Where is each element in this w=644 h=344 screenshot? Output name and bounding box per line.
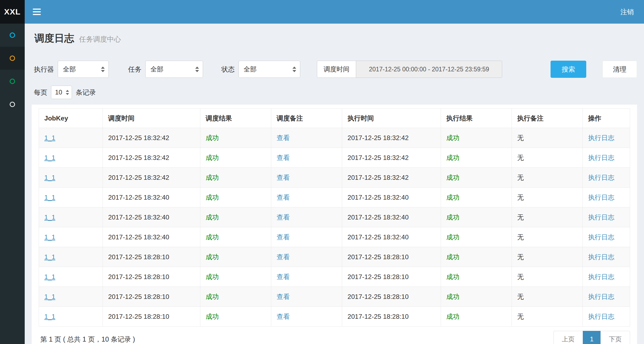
jobkey-link[interactable]: 1_1	[44, 214, 55, 221]
action-cell: 执行日志	[583, 247, 630, 267]
schedule-remark-link[interactable]: 查看	[277, 313, 290, 320]
sidebar-menu-item-2[interactable]	[0, 47, 25, 70]
exec-remark-cell: 无	[512, 307, 583, 327]
exec-log-link[interactable]: 执行日志	[588, 134, 614, 141]
clear-button[interactable]: 清理	[602, 61, 637, 78]
exec-remark-cell: 无	[512, 287, 583, 307]
exec-log-link[interactable]: 执行日志	[588, 154, 614, 161]
exec-log-link[interactable]: 执行日志	[588, 194, 614, 201]
app-logo[interactable]: XXL	[0, 0, 25, 24]
exec-remark-cell: 无	[512, 128, 583, 148]
schedule-result-cell: 成功	[200, 227, 271, 247]
executor-select[interactable]: 全部	[58, 61, 109, 78]
page-size-select[interactable]: 10	[51, 86, 72, 99]
exec-log-link[interactable]: 执行日志	[588, 233, 614, 241]
table-row: 1_1 2017-12-25 18:28:10 成功 查看 2017-12-25…	[39, 287, 630, 307]
schedule-result-cell: 成功	[200, 287, 271, 307]
schedule-result-text: 成功	[206, 174, 219, 181]
next-page-button[interactable]: 下页	[600, 331, 630, 344]
exec-log-link[interactable]: 执行日志	[588, 174, 614, 181]
sidebar-menu-item-4[interactable]	[0, 93, 25, 116]
exec-result-cell: 成功	[441, 148, 512, 168]
table-footer: 第 1 页 ( 总共 1 页，10 条记录 ) 上页 1 下页	[39, 331, 630, 344]
logout-link[interactable]: 注销	[620, 8, 634, 16]
exec-result-text: 成功	[446, 154, 460, 161]
schedule-remark-cell: 查看	[271, 267, 342, 287]
select-arrows-icon	[292, 67, 296, 72]
schedule-time-cell: 2017-12-25 18:28:10	[103, 287, 200, 307]
prev-page-button[interactable]: 上页	[553, 331, 583, 344]
schedule-time-cell: 2017-12-25 18:28:10	[103, 267, 200, 287]
search-button[interactable]: 搜索	[551, 61, 586, 78]
jobkey-cell: 1_1	[39, 247, 103, 267]
jobkey-cell: 1_1	[39, 287, 103, 307]
top-navbar: XXL 注销	[0, 0, 644, 24]
sidebar-menu-item-1[interactable]	[0, 24, 25, 47]
exec-remark-cell: 无	[512, 207, 583, 227]
exec-remark-cell: 无	[512, 267, 583, 287]
schedule-remark-link[interactable]: 查看	[277, 194, 290, 201]
action-cell: 执行日志	[583, 227, 630, 247]
jobkey-link[interactable]: 1_1	[44, 134, 55, 141]
exec-log-link[interactable]: 执行日志	[588, 313, 614, 320]
exec-remark-cell: 无	[512, 247, 583, 267]
filter-row: 执行器 全部 任务 全部 状态 全部 调度时间 搜索 清理	[34, 61, 637, 78]
current-page-button[interactable]: 1	[583, 331, 601, 344]
schedule-remark-link[interactable]: 查看	[277, 214, 290, 221]
exec-log-link[interactable]: 执行日志	[588, 253, 614, 261]
exec-log-link[interactable]: 执行日志	[588, 273, 614, 280]
column-header: 执行备注	[512, 109, 583, 128]
exec-time-cell: 2017-12-25 18:32:42	[342, 148, 441, 168]
page-size-row: 每页 10 条记录	[34, 85, 637, 99]
action-cell: 执行日志	[583, 148, 630, 168]
column-header: 调度备注	[271, 109, 342, 128]
schedule-remark-link[interactable]: 查看	[277, 134, 290, 141]
jobkey-link[interactable]: 1_1	[44, 174, 55, 181]
action-cell: 执行日志	[583, 307, 630, 327]
sidebar-toggle-icon[interactable]	[33, 9, 41, 15]
circle-icon	[10, 32, 15, 38]
schedule-remark-link[interactable]: 查看	[277, 154, 290, 161]
jobkey-link[interactable]: 1_1	[44, 194, 55, 201]
jobkey-link[interactable]: 1_1	[44, 233, 55, 241]
schedule-remark-cell: 查看	[271, 247, 342, 267]
exec-result-text: 成功	[446, 313, 460, 320]
exec-remark-cell: 无	[512, 227, 583, 247]
jobkey-link[interactable]: 1_1	[44, 273, 55, 280]
exec-log-link[interactable]: 执行日志	[588, 214, 614, 221]
log-table-body: 1_1 2017-12-25 18:32:42 成功 查看 2017-12-25…	[39, 128, 630, 327]
jobkey-link[interactable]: 1_1	[44, 293, 55, 300]
action-cell: 执行日志	[583, 188, 630, 207]
schedule-result-cell: 成功	[200, 148, 271, 168]
exec-result-cell: 成功	[441, 287, 512, 307]
exec-result-text: 成功	[446, 194, 460, 201]
page-summary: 第 1 页 ( 总共 1 页，10 条记录 )	[39, 335, 135, 344]
jobkey-link[interactable]: 1_1	[44, 154, 55, 161]
exec-log-link[interactable]: 执行日志	[588, 293, 614, 300]
schedule-remark-link[interactable]: 查看	[277, 273, 290, 280]
exec-result-cell: 成功	[441, 267, 512, 287]
schedule-result-text: 成功	[206, 134, 219, 141]
schedule-result-text: 成功	[206, 313, 219, 320]
schedule-remark-link[interactable]: 查看	[277, 233, 290, 241]
status-select-value: 全部	[244, 65, 256, 74]
exec-result-cell: 成功	[441, 188, 512, 207]
schedule-remark-link[interactable]: 查看	[277, 293, 290, 300]
schedule-remark-cell: 查看	[271, 128, 342, 148]
table-row: 1_1 2017-12-25 18:28:10 成功 查看 2017-12-25…	[39, 307, 630, 327]
exec-result-cell: 成功	[441, 207, 512, 227]
job-select-value: 全部	[150, 65, 163, 74]
schedule-time-cell: 2017-12-25 18:28:10	[103, 307, 200, 327]
schedule-time-input[interactable]	[356, 61, 502, 78]
sidebar-menu-item-3[interactable]	[0, 70, 25, 93]
schedule-remark-link[interactable]: 查看	[277, 253, 290, 261]
schedule-time-cell: 2017-12-25 18:32:40	[103, 188, 200, 207]
status-select[interactable]: 全部	[238, 61, 300, 78]
schedule-remark-link[interactable]: 查看	[277, 174, 290, 181]
jobkey-cell: 1_1	[39, 267, 103, 287]
job-select[interactable]: 全部	[145, 61, 203, 78]
jobkey-link[interactable]: 1_1	[44, 313, 55, 320]
schedule-remark-cell: 查看	[271, 168, 342, 188]
page-header: 调度日志 任务调度中心	[32, 24, 637, 61]
jobkey-link[interactable]: 1_1	[44, 253, 55, 261]
